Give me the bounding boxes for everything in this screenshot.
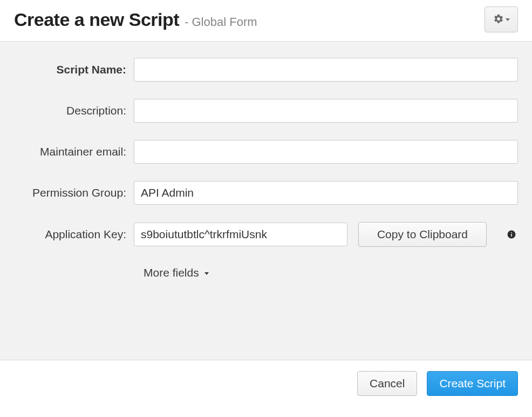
maintainer-email-input[interactable] [134,140,518,164]
row-permission-group: Permission Group: [14,181,518,205]
chevron-down-icon [506,18,510,21]
create-script-page: Create a new Script - Global Form Script… [0,0,532,407]
form-area: Script Name: Description: Maintainer ema… [0,41,532,360]
row-more-fields: More fields [144,264,518,281]
footer-actions: Cancel Create Script [0,360,532,407]
application-key-input[interactable] [134,223,347,246]
gear-icon [493,14,504,26]
copy-to-clipboard-button[interactable]: Copy to Clipboard [358,222,487,247]
more-fields-label: More fields [144,266,199,279]
info-icon[interactable] [506,229,517,240]
chevron-down-icon [204,272,209,275]
page-title: Create a new Script [14,9,179,30]
label-description: Description: [14,104,134,117]
script-name-input[interactable] [134,58,518,82]
label-maintainer-email: Maintainer email: [14,145,134,158]
create-script-button[interactable]: Create Script [427,371,518,396]
label-application-key: Application Key: [14,228,134,241]
row-maintainer-email: Maintainer email: [14,140,518,164]
permission-group-input[interactable] [134,181,518,205]
row-application-key: Application Key: Copy to Clipboard [14,222,518,247]
page-subtitle: - Global Form [185,15,257,29]
row-script-name: Script Name: [14,58,518,82]
more-fields-toggle[interactable]: More fields [144,264,212,281]
label-script-name: Script Name: [14,63,134,76]
page-title-wrap: Create a new Script - Global Form [14,9,257,30]
page-header: Create a new Script - Global Form [0,0,532,41]
row-description: Description: [14,99,518,123]
label-permission-group: Permission Group: [14,186,134,199]
cancel-button[interactable]: Cancel [357,371,417,396]
description-input[interactable] [134,99,518,123]
settings-dropdown-button[interactable] [485,6,518,32]
